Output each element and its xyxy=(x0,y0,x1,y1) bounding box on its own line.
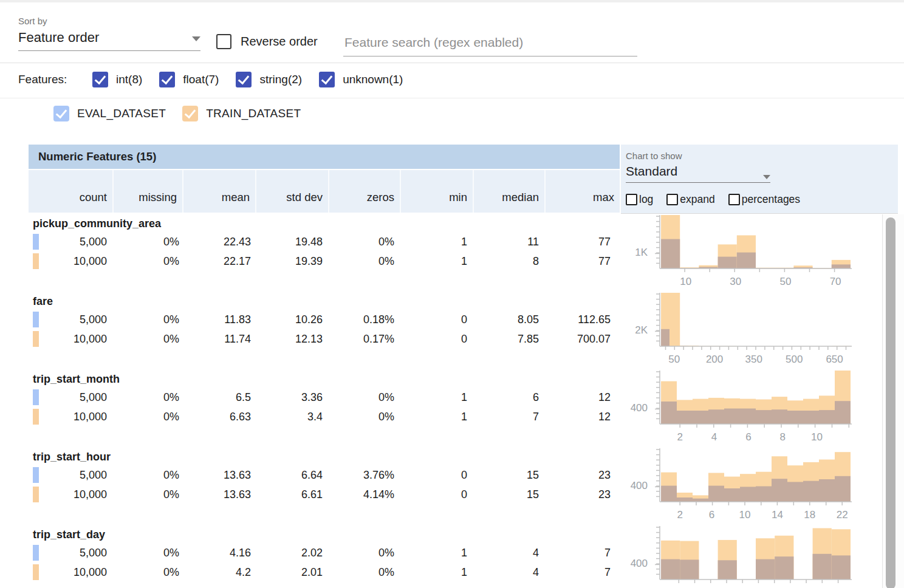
dataset-eval-checkbox[interactable] xyxy=(53,106,69,121)
table-title: Numeric Features (15) xyxy=(29,145,620,169)
feature-type-filters: int(8)float(7)string(2)unknown(1) xyxy=(92,72,403,87)
stat-mean: 4.2 xyxy=(179,566,251,579)
chart-type-select[interactable]: Standard xyxy=(626,164,770,183)
filter-unknown-label: unknown(1) xyxy=(343,73,403,86)
feature-name: trip_start_hour xyxy=(33,448,111,465)
chart-y-label: 400 xyxy=(621,480,656,492)
stat-min: 1 xyxy=(394,547,467,559)
feature-chart-trip_start_month: 400246810 xyxy=(621,369,882,447)
divider xyxy=(0,98,904,98)
feature-name: trip_start_day xyxy=(33,526,105,543)
stat-std-dev: 12.13 xyxy=(251,333,323,346)
chart-y-label: 400 xyxy=(621,402,656,414)
svg-text:2: 2 xyxy=(677,509,682,520)
filter-float-checkbox[interactable] xyxy=(159,72,175,87)
stat-max: 23 xyxy=(539,488,611,501)
feature-list: pickup_community_area5,0000%22.4319.480%… xyxy=(29,214,620,588)
filter-int[interactable]: int(8) xyxy=(92,72,142,87)
stat-missing: 0% xyxy=(107,469,179,482)
train-swatch xyxy=(33,253,39,269)
chart-option-log-label: log xyxy=(639,193,653,206)
dataset-train-checkbox[interactable] xyxy=(182,106,198,121)
stat-std-dev: 3.4 xyxy=(251,411,323,423)
reverse-order-checkbox[interactable] xyxy=(216,34,231,49)
stat-zeros: 0% xyxy=(323,236,394,248)
column-header-median: median xyxy=(473,170,544,213)
stat-count: 5,000 xyxy=(29,313,107,326)
chart-option-log[interactable]: log xyxy=(626,193,653,206)
stat-count: 10,000 xyxy=(29,411,107,423)
chart-option-percentages-checkbox[interactable] xyxy=(728,194,740,205)
numeric-features-panel: Numeric Features (15) countmissingmeanst… xyxy=(29,145,620,213)
feature-stats-row-train: 10,0000%4.22.010%147 xyxy=(29,562,620,582)
chart-option-log-checkbox[interactable] xyxy=(626,194,637,205)
filter-string[interactable]: string(2) xyxy=(236,72,302,87)
stat-min: 0 xyxy=(394,469,467,482)
chart-controls-panel: Chart to show Standard logexpandpercenta… xyxy=(621,145,898,214)
chart-to-show-label: Chart to show xyxy=(626,151,682,161)
filter-unknown-checkbox[interactable] xyxy=(319,72,335,87)
sort-by-select[interactable]: Feature order xyxy=(18,26,200,51)
chart-type-value: Standard xyxy=(626,164,677,182)
chart-option-expand[interactable]: expand xyxy=(666,193,714,206)
stat-median: 7.85 xyxy=(467,333,539,346)
stat-min: 0 xyxy=(394,488,467,501)
stat-mean: 22.43 xyxy=(179,236,251,248)
feature-chart-fare: 2K50200350500650 xyxy=(621,292,882,369)
stat-zeros: 3.76% xyxy=(323,469,394,482)
stat-max: 112.65 xyxy=(539,313,611,326)
stat-median: 8.05 xyxy=(467,313,539,326)
train-swatch xyxy=(33,487,39,502)
eval-swatch xyxy=(33,312,39,327)
stat-max: 12 xyxy=(539,411,611,423)
stat-max: 23 xyxy=(539,469,611,482)
eval-swatch xyxy=(33,234,39,250)
filter-unknown[interactable]: unknown(1) xyxy=(319,72,403,87)
column-header-zeros: zeros xyxy=(328,170,400,213)
stat-missing: 0% xyxy=(107,411,179,423)
feature-stats-row-eval: 5,0000%22.4319.480%11177 xyxy=(29,232,620,251)
chart-list: 1K103050702K5020035050065040024681040026… xyxy=(621,214,882,588)
stat-std-dev: 2.02 xyxy=(251,547,323,559)
column-header-row: countmissingmeanstd devzerosminmedianmax xyxy=(29,170,620,213)
feature-block-pickup_community_area: pickup_community_area5,0000%22.4319.480%… xyxy=(29,214,620,292)
chart-option-expand-checkbox[interactable] xyxy=(666,194,678,205)
divider xyxy=(0,63,904,63)
train-swatch xyxy=(33,331,39,347)
svg-text:18: 18 xyxy=(804,509,815,520)
dataset-toggle-eval[interactable]: EVAL_DATASET xyxy=(53,106,166,121)
stat-std-dev: 6.61 xyxy=(251,488,323,501)
stat-min: 1 xyxy=(394,255,467,268)
feature-name: trip_start_month xyxy=(33,371,120,388)
stat-mean: 11.74 xyxy=(179,333,251,346)
scrollbar-track[interactable] xyxy=(882,214,904,588)
stat-mean: 4.16 xyxy=(179,547,251,559)
dataset-train-label: TRAIN_DATASET xyxy=(206,107,301,120)
feature-block-trip_start_day: trip_start_day5,0000%4.162.020%14710,000… xyxy=(29,525,620,588)
stat-std-dev: 19.48 xyxy=(251,236,323,248)
stat-min: 1 xyxy=(394,566,467,579)
dataset-toggle-train[interactable]: TRAIN_DATASET xyxy=(182,106,301,121)
histogram: 246810 xyxy=(655,371,852,445)
svg-text:50: 50 xyxy=(668,354,680,364)
filter-float[interactable]: float(7) xyxy=(159,72,219,87)
feature-name: pickup_community_area xyxy=(33,215,161,232)
chart-option-expand-label: expand xyxy=(680,193,714,206)
filter-string-checkbox[interactable] xyxy=(236,72,252,87)
svg-text:350: 350 xyxy=(745,354,762,364)
stat-zeros: 0% xyxy=(323,566,394,579)
dataset-legend: EVAL_DATASETTRAIN_DATASET xyxy=(53,106,301,121)
column-header-min: min xyxy=(400,170,473,213)
stat-missing: 0% xyxy=(107,566,179,579)
chart-option-percentages[interactable]: percentages xyxy=(728,193,800,206)
eval-swatch xyxy=(33,389,39,405)
svg-text:200: 200 xyxy=(706,354,723,364)
scrollbar-thumb[interactable] xyxy=(886,217,895,588)
column-header-missing: missing xyxy=(112,170,182,213)
stat-std-dev: 6.64 xyxy=(251,469,323,482)
filter-int-checkbox[interactable] xyxy=(92,72,108,87)
svg-text:22: 22 xyxy=(837,509,848,520)
chart-y-label: 2K xyxy=(621,324,656,337)
feature-search-input[interactable] xyxy=(343,32,637,56)
svg-text:6: 6 xyxy=(745,431,751,442)
